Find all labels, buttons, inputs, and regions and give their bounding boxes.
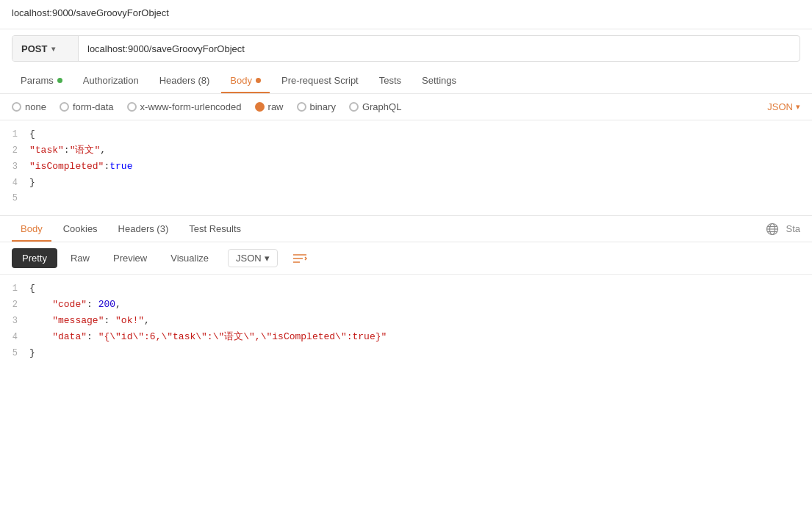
req-line-4: 4 } [0,175,812,191]
wrap-btn[interactable] [287,250,313,267]
tab-headers[interactable]: Headers (8) [151,68,219,93]
radio-form-data[interactable]: form-data [60,101,114,112]
response-tab-headers-label: Headers (3) [118,223,169,234]
response-tabs: Body Cookies Headers (3) Test Results St… [0,216,812,242]
method-label: POST [21,43,47,54]
tab-settings[interactable]: Settings [413,68,465,93]
radio-raw-label: raw [268,101,284,112]
response-tab-body-label: Body [21,223,43,234]
req-line-2: 2 "task":"语文", [0,142,812,159]
radio-raw[interactable]: raw [255,101,284,112]
resp-line-3: 3 "message": "ok!", [0,313,812,329]
view-visualize-btn[interactable]: Visualize [160,248,219,268]
response-tab-headers[interactable]: Headers (3) [109,216,178,242]
url-title: localhost:9000/saveGroovyForObject [12,7,800,18]
radio-binary[interactable]: binary [297,101,336,112]
tab-authorization-label: Authorization [83,75,139,86]
view-pretty-btn[interactable]: Pretty [12,248,57,268]
radio-form-data-circle [60,102,69,112]
response-format-label: JSON [236,253,262,264]
tab-authorization[interactable]: Authorization [74,68,148,93]
request-bar: POST ▾ [12,35,800,62]
radio-graphql[interactable]: GraphQL [349,101,401,112]
radio-urlencoded-label: x-www-form-urlencoded [140,101,242,112]
radio-none-circle [12,102,21,112]
tab-pre-request[interactable]: Pre-request Script [273,68,367,93]
radio-urlencoded-circle [127,102,137,112]
json-label: JSON [767,101,793,112]
radio-urlencoded[interactable]: x-www-form-urlencoded [127,101,242,112]
tab-headers-label: Headers (8) [159,75,210,86]
tab-pre-request-label: Pre-request Script [281,75,359,86]
radio-none[interactable]: none [12,101,46,112]
req-line-5: 5 [0,191,812,206]
resp-line-1: 1 { [0,281,812,297]
response-format-selector[interactable]: JSON ▾ [228,249,278,267]
response-tab-test-results[interactable]: Test Results [180,216,250,242]
tab-tests[interactable]: Tests [370,68,410,93]
view-preview-btn[interactable]: Preview [103,248,157,268]
method-chevron: ▾ [51,45,55,53]
response-toolbar: Pretty Raw Preview Visualize JSON ▾ [0,242,812,275]
method-selector[interactable]: POST ▾ [12,36,79,61]
globe-icon [765,222,780,236]
tab-params[interactable]: Params [12,68,71,93]
response-tab-cookies-label: Cookies [63,223,98,234]
response-tab-cookies[interactable]: Cookies [54,216,107,242]
json-chevron: ▾ [796,102,800,112]
params-dot [57,78,62,83]
body-type-row: none form-data x-www-form-urlencoded raw… [0,94,812,120]
radio-binary-circle [297,102,306,112]
resp-line-2: 2 "code": 200, [0,297,812,313]
response-format-chevron: ▾ [265,253,270,264]
response-tab-body[interactable]: Body [12,216,51,242]
resp-line-5: 5 } [0,345,812,361]
req-line-1: 1 { [0,126,812,142]
response-right-area: Sta [765,222,800,236]
response-body-editor: 1 { 2 "code": 200, 3 "message": "ok!", 4… [0,275,812,367]
response-status: Sta [786,223,800,234]
radio-none-label: none [25,101,46,112]
tab-tests-label: Tests [379,75,401,86]
resp-line-4: 4 "data": "{\"id\":6,\"task\":\"语文\",\"i… [0,329,812,345]
tab-settings-label: Settings [422,75,456,86]
radio-graphql-circle [349,102,359,112]
request-body-editor[interactable]: 1 { 2 "task":"语文", 3 "isCompleted":true … [0,120,812,216]
radio-raw-circle [255,102,265,112]
radio-graphql-label: GraphQL [362,101,401,112]
tab-params-label: Params [21,75,54,86]
radio-form-data-label: form-data [73,101,114,112]
radio-binary-label: binary [310,101,336,112]
url-input[interactable] [79,43,800,54]
response-tab-test-results-label: Test Results [189,223,241,234]
tab-body[interactable]: Body [221,68,270,93]
body-dot [256,78,261,83]
view-raw-btn[interactable]: Raw [60,248,100,268]
json-format-selector[interactable]: JSON ▾ [767,101,800,112]
request-tabs: Params Authorization Headers (8) Body Pr… [0,68,812,94]
tab-body-label: Body [230,75,252,86]
url-bar-area: localhost:9000/saveGroovyForObject [0,0,812,29]
req-line-3: 3 "isCompleted":true [0,159,812,175]
